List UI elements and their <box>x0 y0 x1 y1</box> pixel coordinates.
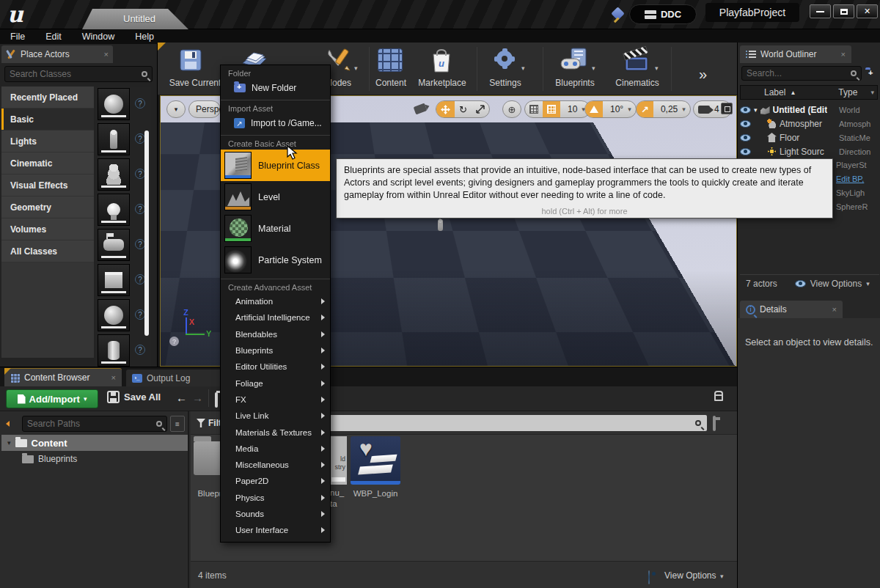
category-lights[interactable]: Lights <box>1 131 94 152</box>
edit-bp-link[interactable]: Edit BP, <box>836 174 864 183</box>
minimize-button[interactable] <box>810 4 831 18</box>
menu-item-blueprint-class[interactable]: Blueprint Class <box>221 150 330 181</box>
output-log-tab[interactable]: ›_ Output Log × <box>126 370 230 386</box>
content-button[interactable]: Content <box>372 78 410 88</box>
menu-item-foliage[interactable]: Foliage <box>221 375 330 391</box>
menu-item-new-folder[interactable]: New Folder <box>221 79 330 97</box>
rotation-snap-toggle[interactable] <box>585 101 603 117</box>
blueprints-icon[interactable] <box>560 47 589 73</box>
expand-arrow-icon[interactable]: ▾ <box>754 106 758 114</box>
category-visual-effects[interactable]: Visual Effects <box>1 174 94 196</box>
menu-window[interactable]: Window <box>82 32 114 42</box>
filters-funnel-icon[interactable] <box>197 419 205 427</box>
back-button[interactable]: ← <box>176 392 187 404</box>
close-icon[interactable]: × <box>104 50 109 59</box>
asset-thumb-player-start[interactable] <box>98 229 130 261</box>
save-current-button[interactable]: Save Current <box>162 78 228 88</box>
asset-thumb-point-light[interactable] <box>98 194 130 226</box>
cinematics-icon[interactable] <box>621 45 652 73</box>
outliner-row-floor[interactable]: Floor StaticMe <box>740 131 879 144</box>
menu-item-fx[interactable]: FX <box>221 392 330 408</box>
maximize-button[interactable] <box>833 4 854 18</box>
menu-item-import-to-game[interactable]: ↗ Import to /Game... <box>221 114 330 132</box>
marketplace-button[interactable]: Marketplace <box>416 78 469 88</box>
column-filter-icon[interactable]: ▾ <box>870 89 874 96</box>
menu-item-material[interactable]: Material <box>221 213 330 244</box>
save-search-icon[interactable] <box>713 416 716 431</box>
asset-data-thumbnail[interactable]: ld stry <box>330 436 347 485</box>
visibility-eye-icon[interactable] <box>740 148 751 155</box>
world-outliner-tab[interactable]: World Outliner × <box>740 45 851 63</box>
blueprints-button[interactable]: Blueprints <box>549 78 601 88</box>
menu-help[interactable]: Help <box>135 32 154 42</box>
tree-item-content[interactable]: ▾ Content <box>1 435 188 451</box>
asset-thumb-empty-actor[interactable] <box>98 88 130 120</box>
scrollbar-thumb[interactable] <box>144 131 149 336</box>
world-local-toggle[interactable]: ⊕ <box>502 100 521 118</box>
menu-item-level[interactable]: Level <box>221 181 330 213</box>
rotation-snap-value-button[interactable]: 10° ▾ <box>603 101 636 117</box>
outliner-search-input[interactable] <box>747 68 851 78</box>
forward-button[interactable]: → <box>192 392 203 404</box>
add-import-button[interactable]: Add/Import ▾ <box>6 389 98 408</box>
move-tool-button[interactable] <box>436 101 455 117</box>
grid-snap-toggle[interactable] <box>543 101 560 117</box>
category-basic[interactable]: Basic <box>1 109 94 131</box>
menu-item-particle-system[interactable]: Particle System <box>221 244 330 276</box>
close-button[interactable]: ✕ <box>857 4 878 18</box>
player-start-actor[interactable] <box>438 219 443 231</box>
scale-snap-toggle[interactable]: ↗ <box>637 101 653 117</box>
unlock-icon[interactable] <box>714 394 723 401</box>
category-geometry[interactable]: Geometry <box>1 196 94 218</box>
search-classes-box[interactable] <box>4 66 153 82</box>
save-current-icon[interactable] <box>178 48 203 72</box>
close-icon[interactable]: × <box>832 305 837 314</box>
menu-item-physics[interactable]: Physics <box>221 490 330 506</box>
cinematics-button[interactable]: Cinematics <box>611 78 664 88</box>
toolbar-overflow-chevron[interactable]: » <box>699 66 707 83</box>
category-volumes[interactable]: Volumes <box>1 218 94 240</box>
tree-item-blueprints[interactable]: Blueprints <box>1 452 188 466</box>
view-options-button[interactable]: View Options <box>664 570 716 581</box>
type-column-header[interactable]: Type <box>838 87 857 98</box>
asset-thumb-sphere[interactable] <box>98 299 130 331</box>
menu-item-paper2d[interactable]: Paper2D <box>221 473 330 489</box>
details-tab[interactable]: i Details × <box>740 301 843 318</box>
menu-item-artificial-intelligence[interactable]: Artificial Intelligence <box>221 309 330 326</box>
viewport-maximize-button[interactable] <box>721 103 733 114</box>
content-icon[interactable] <box>378 48 403 72</box>
search-paths-input[interactable] <box>27 419 156 429</box>
close-icon[interactable]: × <box>841 50 846 59</box>
asset-wbp-login-thumbnail[interactable]: ♥ <box>351 436 400 485</box>
menu-item-media[interactable]: Media <box>221 441 330 457</box>
settings-gear-icon[interactable] <box>496 51 513 67</box>
asset-thumb-character[interactable] <box>98 123 130 155</box>
asset-thumb-pawn[interactable] <box>98 158 130 191</box>
category-all-classes[interactable]: All Classes <box>1 240 94 262</box>
surface-snap-button[interactable] <box>525 101 543 117</box>
search-classes-input[interactable] <box>10 69 142 79</box>
menu-file[interactable]: File <box>10 32 25 42</box>
visibility-eye-icon[interactable] <box>740 134 751 142</box>
menu-item-sounds[interactable]: Sounds <box>221 506 330 522</box>
category-recently-placed[interactable]: Recently Placed <box>1 87 94 109</box>
viewport-camera-button[interactable]: Perspective <box>188 100 221 118</box>
outliner-search-box[interactable] <box>741 66 862 81</box>
expand-arrow-icon[interactable]: ▾ <box>7 439 11 446</box>
menu-edit[interactable]: Edit <box>45 32 62 42</box>
visibility-eye-icon[interactable] <box>740 120 751 128</box>
place-actors-tab[interactable]: Place Actors × <box>1 45 113 63</box>
menu-item-materials-textures[interactable]: Materials & Textures <box>221 424 330 440</box>
asset-thumb-cube[interactable] <box>98 264 130 296</box>
asset-thumb-cylinder[interactable] <box>98 334 130 367</box>
scale-tool-button[interactable] <box>472 101 489 117</box>
category-cinematic[interactable]: Cinematic <box>1 152 94 174</box>
tutorial-graduation-cap-icon[interactable] <box>611 7 624 20</box>
label-column-header[interactable]: Label <box>764 87 785 98</box>
close-icon[interactable]: × <box>111 373 116 382</box>
menu-item-animation[interactable]: Animation <box>221 293 330 309</box>
outliner-row-atmosphere[interactable]: Atmospher Atmosph <box>740 117 879 131</box>
menu-item-miscellaneous[interactable]: Miscellaneous <box>221 457 330 473</box>
marketplace-icon[interactable]: u <box>430 47 452 73</box>
settings-button[interactable]: Settings <box>483 78 527 88</box>
